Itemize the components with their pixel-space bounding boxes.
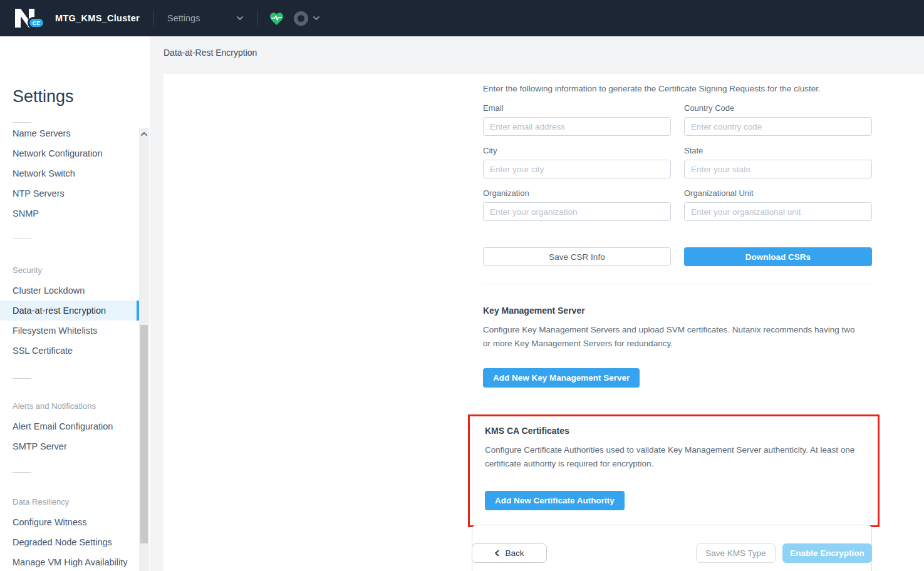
heart-pulse-icon (269, 11, 284, 26)
topbar-divider (257, 11, 258, 26)
organization-label: Organization (483, 188, 671, 198)
kms-ca-description: Configure Certificate Authorities used t… (485, 443, 866, 471)
sidebar-item-configure-witness[interactable]: Configure Witness (0, 512, 139, 532)
save-csr-info-button[interactable]: Save CSR Info (483, 247, 671, 266)
sidebar-item-smtp-server[interactable]: SMTP Server (0, 436, 139, 456)
state-field[interactable] (684, 160, 872, 178)
sidebar-item-manage-vm-high-availability[interactable]: Manage VM High Availability (0, 552, 139, 571)
email-label: Email (483, 103, 671, 113)
state-label: State (684, 146, 872, 155)
cluster-name[interactable]: MTG_KMS_Cluster (55, 13, 140, 23)
kms-description: Configure Key Management Servers and upl… (483, 323, 864, 351)
kms-ca-heading: KMS CA Certificates (485, 426, 870, 436)
sidebar-item-network-configuration[interactable]: Network Configuration (0, 143, 139, 163)
kms-heading: Key Management Server (483, 306, 872, 316)
sidebar-item-network-switch[interactable]: Network Switch (0, 163, 139, 183)
footer-action-bar: Back Save KMS Type Enable Encryption (472, 525, 872, 571)
topbar: CE MTG_KMS_Cluster Settings (0, 0, 924, 36)
page-title: Data-at-Rest Encryption (164, 48, 257, 58)
city-field[interactable] (483, 160, 671, 178)
sidebar-item-ssl-certificate[interactable]: SSL Certificate (0, 341, 139, 361)
city-label: City (483, 146, 671, 155)
email-field[interactable] (483, 117, 671, 136)
csr-form: Email Country Code City State Organizati… (483, 93, 872, 221)
field-organization: Organization (483, 178, 671, 221)
content-panel: Enter the following information to gener… (164, 74, 924, 571)
add-certificate-authority-button[interactable]: Add New Certificate Authority (485, 491, 625, 510)
sidebar-scrollbar[interactable] (139, 128, 149, 571)
chevron-down-icon (236, 16, 244, 21)
sidebar-section-alerts: Alerts and Notifications (0, 396, 139, 416)
sidebar-item-ntp-servers[interactable]: NTP Servers (0, 183, 139, 203)
topbar-divider (153, 11, 154, 26)
sidebar-title: Settings (13, 86, 139, 106)
sidebar-divider (13, 239, 31, 239)
ce-badge: CE (28, 17, 45, 29)
sidebar-divider (13, 122, 31, 123)
country-code-field[interactable] (684, 117, 872, 136)
organizational-unit-label: Organizational Unit (684, 188, 872, 198)
organization-field[interactable] (483, 202, 671, 221)
settings-sidebar: Settings Name Servers Network Configurat… (0, 36, 150, 571)
field-country-code: Country Code (684, 93, 872, 136)
nutanix-logo[interactable]: CE (13, 6, 44, 31)
user-menu[interactable] (294, 11, 320, 26)
chevron-left-icon (494, 550, 499, 557)
health-status-button[interactable] (269, 11, 284, 26)
enable-encryption-button[interactable]: Enable Encryption (782, 543, 872, 563)
sidebar-section-data-resiliency: Data Resiliency (0, 492, 139, 512)
sidebar-section-security: Security (0, 260, 139, 280)
sidebar-scrollbar-thumb[interactable] (140, 325, 148, 543)
settings-menu-label: Settings (167, 13, 200, 23)
back-button[interactable]: Back (472, 543, 547, 563)
user-ring-icon (294, 11, 308, 26)
csr-intro-text: Enter the following information to gener… (483, 74, 872, 93)
field-organizational-unit: Organizational Unit (684, 178, 872, 221)
chevron-up-icon[interactable] (141, 130, 147, 138)
chevron-down-icon (313, 16, 320, 21)
sidebar-item-cluster-lockdown[interactable]: Cluster Lockdown (0, 280, 139, 301)
save-kms-type-button[interactable]: Save KMS Type (696, 543, 776, 563)
section-divider (483, 284, 872, 284)
sidebar-divider (13, 472, 31, 473)
sidebar-item-data-at-rest-encryption[interactable]: Data-at-rest Encryption (0, 301, 139, 321)
sidebar-item-snmp[interactable]: SNMP (0, 203, 139, 224)
sidebar-item-name-servers[interactable]: Name Servers (0, 123, 139, 143)
field-email: Email (483, 93, 671, 136)
country-code-label: Country Code (684, 103, 872, 113)
sidebar-divider (13, 378, 31, 379)
organizational-unit-field[interactable] (684, 202, 872, 221)
field-state: State (684, 136, 872, 178)
download-csrs-button[interactable]: Download CSRs (684, 247, 872, 266)
back-button-label: Back (505, 548, 524, 558)
sidebar-item-filesystem-whitelists[interactable]: Filesystem Whitelists (0, 321, 139, 341)
sidebar-item-alert-email-configuration[interactable]: Alert Email Configuration (0, 416, 139, 436)
settings-menu[interactable]: Settings (167, 13, 244, 23)
sidebar-item-degraded-node-settings[interactable]: Degraded Node Settings (0, 532, 139, 552)
kms-ca-highlight-box: KMS CA Certificates Configure Certificat… (468, 414, 880, 527)
field-city: City (483, 136, 671, 178)
add-key-management-server-button[interactable]: Add New Key Management Server (483, 368, 640, 388)
